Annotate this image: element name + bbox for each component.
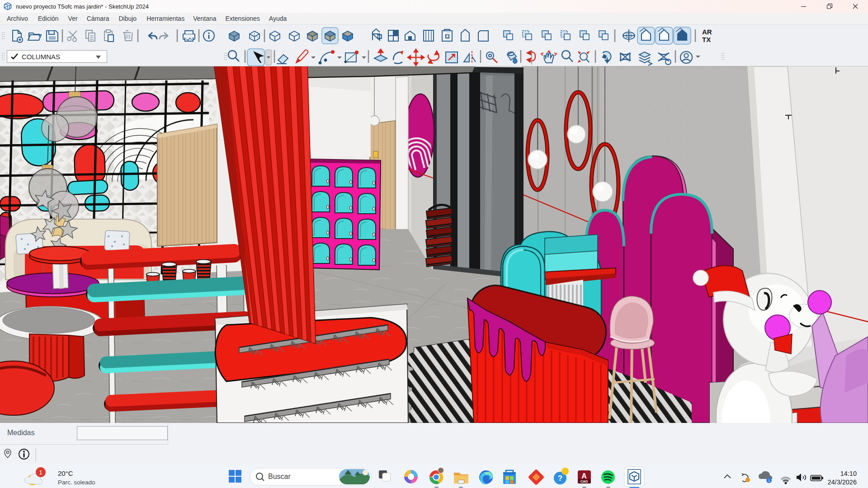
svg-text:TX: TX <box>702 36 711 43</box>
svg-text:?: ? <box>558 474 562 483</box>
svg-text:24/3/2026: 24/3/2026 <box>827 479 857 486</box>
svg-text:AR: AR <box>702 28 712 36</box>
svg-text:1: 1 <box>39 469 42 476</box>
svg-text:A: A <box>581 472 587 480</box>
svg-text:Parc. soleado: Parc. soleado <box>58 479 95 486</box>
svg-text:CAD: CAD <box>580 479 588 483</box>
svg-text:i: i <box>769 479 769 483</box>
svg-text:20°C: 20°C <box>58 469 73 477</box>
svg-text:14:10: 14:10 <box>840 470 857 477</box>
svg-text:Buscar: Buscar <box>268 473 291 480</box>
